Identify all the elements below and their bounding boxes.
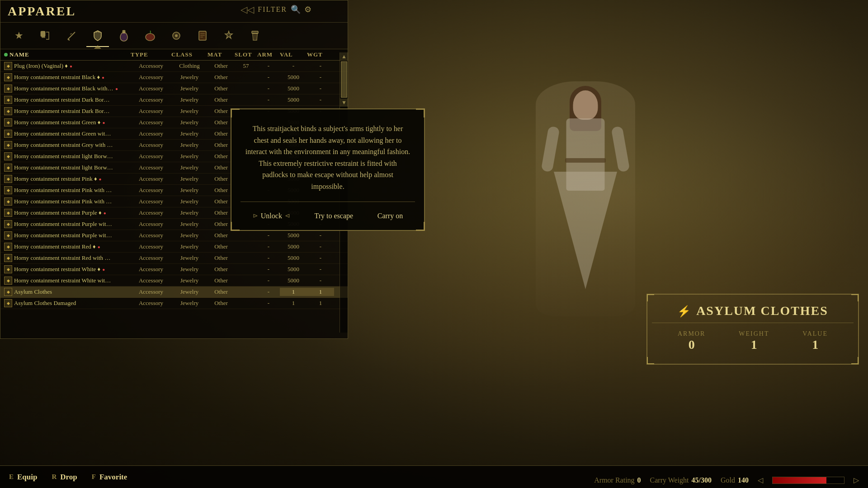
stat-value: VALUE 1 xyxy=(802,330,828,352)
item-info-border: ⚡ ASYLUM CLOTHES ARMOR 0 WEIGHT 1 VALUE … xyxy=(646,294,859,365)
item-name-text: Horny containment restraint Purple with … xyxy=(14,221,113,228)
item-cell: Other xyxy=(208,288,235,296)
item-cell: - xyxy=(280,62,307,70)
item-name-text: Asylum Clothes Damaged xyxy=(14,300,76,307)
table-row[interactable]: ◆Asylum ClothesAccessoryJewelryOther-11 xyxy=(0,286,348,298)
table-row[interactable]: ◆Horny containment restraint Black with … xyxy=(0,83,348,94)
item-red-marker: ● xyxy=(102,120,105,125)
item-icon: ◆ xyxy=(4,152,12,160)
status-carry: Carry Weight 45/300 xyxy=(650,476,712,484)
cat-all[interactable] xyxy=(34,24,57,47)
table-row[interactable]: ◆Horny containment restraint White ♦●Acc… xyxy=(0,264,348,275)
col-wgt[interactable]: WGT xyxy=(307,51,334,58)
col-slot[interactable]: SLOT xyxy=(235,51,257,58)
cat-crafting[interactable] xyxy=(165,24,188,47)
armor-rating-value: 0 xyxy=(637,476,641,484)
item-icon: ◆ xyxy=(4,197,12,206)
cat-food[interactable] xyxy=(139,24,161,47)
filter-icon[interactable]: 🔍 xyxy=(291,5,301,14)
item-cell: - xyxy=(257,266,280,273)
table-row[interactable]: ◆Horny containment restraint Black ♦●Acc… xyxy=(0,72,348,83)
item-red-marker: ● xyxy=(102,267,105,272)
item-icon: ◆ xyxy=(4,220,12,228)
item-cell: Accessory xyxy=(131,198,171,205)
item-red-marker: ● xyxy=(115,86,118,91)
drop-label: Drop xyxy=(60,473,77,482)
item-cell: Jewelry xyxy=(171,153,208,160)
favorite-action[interactable]: F Favorite xyxy=(92,473,127,482)
bottom-bar: E Equip R Drop F Favorite Armor Rating 0… xyxy=(0,465,868,488)
cat-armor[interactable] xyxy=(86,24,109,47)
table-row[interactable]: ◆Horny containment restraint Dark Borwn … xyxy=(0,94,348,106)
table-row[interactable]: ◆Horny containment restraint Red ♦●Acces… xyxy=(0,241,348,253)
char-head xyxy=(573,90,598,120)
item-cell: - xyxy=(307,266,334,273)
item-name-text: Horny containment restraint Purple with … xyxy=(14,232,113,239)
item-cell: Jewelry xyxy=(171,221,208,228)
cat-books[interactable] xyxy=(191,24,214,47)
table-row[interactable]: ◆Plug (Iron) (Vaginal) ♦●AccessoryClothi… xyxy=(0,61,348,72)
col-class[interactable]: CLASS xyxy=(171,51,208,58)
popup-dialog: This straitjacket binds a subject's arms… xyxy=(231,108,425,231)
try-escape-button[interactable]: Try to escape xyxy=(309,209,359,223)
item-cell: Other xyxy=(208,277,235,284)
status-armor: Armor Rating 0 xyxy=(594,476,641,484)
item-icon: ◆ xyxy=(4,277,12,285)
item-cell: - xyxy=(257,74,280,81)
filter-nav-left[interactable]: ◁◁ xyxy=(241,4,254,15)
drop-action[interactable]: R Drop xyxy=(52,473,77,482)
info-corner-tl xyxy=(647,294,654,301)
item-name-text: Horny containment restraint Dark Borwn w… xyxy=(14,108,113,115)
item-cell: - xyxy=(257,288,280,296)
health-bar-right-arrow[interactable]: ▷ xyxy=(854,476,859,484)
cat-potions[interactable] xyxy=(113,24,135,47)
item-cell: Accessory xyxy=(131,232,171,239)
settings-icon[interactable]: ⚙ xyxy=(304,5,311,14)
carry-on-button[interactable]: Carry on xyxy=(372,209,408,223)
col-val[interactable]: VAL xyxy=(280,51,307,58)
item-cell: Accessory xyxy=(131,277,171,284)
item-cell: Jewelry xyxy=(171,96,208,103)
item-name-cell: ◆Horny containment restraint Pink with B… xyxy=(4,186,131,194)
item-name-cell: ◆Horny containment restraint Purple with… xyxy=(4,231,131,239)
table-row[interactable]: ◆Horny containment restraint White with … xyxy=(0,275,348,286)
item-name-text: Horny containment restraint White ♦ xyxy=(14,266,100,273)
cat-weapons[interactable] xyxy=(60,24,83,47)
scroll-thumb[interactable] xyxy=(341,61,347,98)
item-icon: ◆ xyxy=(4,96,12,104)
item-cell: Accessory xyxy=(131,288,171,296)
scroll-up-btn[interactable]: ▲ xyxy=(340,52,348,61)
weight-value: 1 xyxy=(739,338,769,352)
cat-favorites[interactable]: ★ xyxy=(8,24,30,47)
item-name-cell: ◆Horny containment restraint Red ♦● xyxy=(4,243,131,251)
item-cell: Accessory xyxy=(131,243,171,250)
cat-junk[interactable] xyxy=(244,24,266,47)
health-bar-left-arrow[interactable]: ◁ xyxy=(758,476,763,484)
table-row[interactable]: ◆Asylum Clothes DamagedAccessoryJewelryO… xyxy=(0,298,348,309)
equip-action[interactable]: E Equip xyxy=(9,473,37,482)
info-corner-br xyxy=(851,357,859,364)
col-arm[interactable]: ARM xyxy=(257,51,280,58)
item-name-cell: ◆Horny containment restraint Green with … xyxy=(4,130,131,138)
svg-point-6 xyxy=(146,33,155,41)
svg-line-4 xyxy=(70,33,72,34)
col-mat[interactable]: MAT xyxy=(208,51,235,58)
col-name[interactable]: NAME xyxy=(4,51,131,58)
item-cell: Jewelry xyxy=(171,266,208,273)
item-name-text: Horny containment restraint light Borwn … xyxy=(14,153,113,160)
weight-label: WEIGHT xyxy=(739,330,769,338)
table-row[interactable]: ◆Horny containment restraint Red with Bl… xyxy=(0,253,348,264)
item-cell: Accessory xyxy=(131,175,171,183)
item-cell: Jewelry xyxy=(171,130,208,137)
item-icon: ◆ xyxy=(4,73,12,81)
item-cell: Jewelry xyxy=(171,254,208,262)
table-row[interactable]: ◆Horny containment restraint Purple with… xyxy=(0,230,348,241)
cat-misc[interactable] xyxy=(217,24,240,47)
item-cell: 1 xyxy=(307,288,334,296)
item-cell: Jewelry xyxy=(171,209,208,216)
scroll-down-btn[interactable]: ▼ xyxy=(340,99,348,107)
item-name-cell: ◆Horny containment restraint Purple with… xyxy=(4,220,131,228)
unlock-button[interactable]: ⊳ Unlock ⊲ xyxy=(247,209,296,223)
item-name-text: Horny containment restraint Red ♦ xyxy=(14,243,96,250)
col-type[interactable]: TYPE xyxy=(131,51,171,58)
